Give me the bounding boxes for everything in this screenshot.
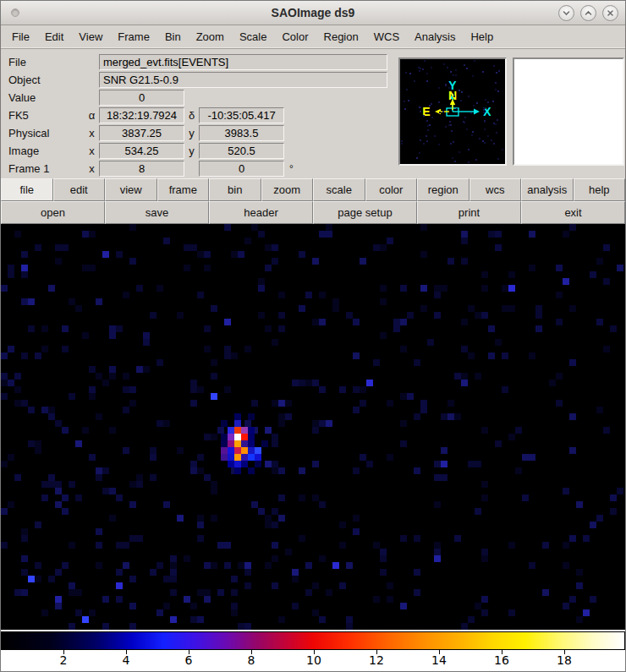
ds9-window: SAOImage ds9 FileEditViewFrameBinZoomSca… xyxy=(0,0,626,672)
toolbar-button-page-setup[interactable]: page setup xyxy=(313,201,417,224)
noise-pixel xyxy=(563,562,569,569)
toolbar-button-print[interactable]: print xyxy=(417,201,521,224)
noise-pixel xyxy=(62,346,69,352)
noise-pixel xyxy=(55,258,62,265)
noise-pixel xyxy=(244,238,251,244)
info-label: Physical xyxy=(1,127,85,139)
noise-pixel xyxy=(123,447,129,454)
toolbar-button-exit[interactable]: exit xyxy=(521,201,625,224)
panner-noise-speck xyxy=(420,111,421,112)
noise-pixel xyxy=(265,427,272,434)
toolbar-button-header[interactable]: header xyxy=(209,201,313,224)
menu-help[interactable]: Help xyxy=(463,25,501,48)
info-value-box[interactable]: 534.25 xyxy=(99,143,184,159)
info-value-box[interactable]: 0 xyxy=(99,90,184,106)
menu-file[interactable]: File xyxy=(4,25,37,48)
noise-pixel xyxy=(48,413,55,420)
info-value-box[interactable]: 520.5 xyxy=(199,143,284,159)
noise-pixel xyxy=(569,447,576,454)
noise-pixel xyxy=(319,501,326,508)
toolbar-button-region[interactable]: region xyxy=(417,178,470,201)
panner[interactable]: Y N E X xyxy=(398,57,507,166)
toolbar-button-open[interactable]: open xyxy=(1,201,105,224)
noise-pixel xyxy=(400,319,407,325)
noise-pixel xyxy=(312,609,319,616)
panner-noise-speck xyxy=(424,60,426,62)
panner-noise-speck xyxy=(429,124,431,126)
info-row-physical: Physicalx3837.25y3983.5 xyxy=(1,124,397,142)
info-value-box[interactable]: 0 xyxy=(199,161,284,177)
source-pixel xyxy=(234,420,241,427)
toolbar-button-file[interactable]: file xyxy=(1,178,53,201)
menu-zoom[interactable]: Zoom xyxy=(189,25,232,48)
noise-pixel xyxy=(109,515,116,522)
toolbar-button-edit[interactable]: edit xyxy=(53,178,106,201)
noise-pixel xyxy=(156,285,163,292)
toolbar-button-color[interactable]: color xyxy=(365,178,418,201)
menu-edit[interactable]: Edit xyxy=(37,25,71,48)
toolbar-button-bin[interactable]: bin xyxy=(209,178,261,201)
magnifier[interactable] xyxy=(513,57,624,166)
noise-pixel xyxy=(434,501,441,508)
info-sub-label: x xyxy=(85,162,99,175)
menu-view[interactable]: View xyxy=(71,25,110,48)
info-label: Value xyxy=(1,91,85,104)
toolbar-button-save[interactable]: save xyxy=(105,201,209,224)
menu-region[interactable]: Region xyxy=(316,25,366,48)
noise-pixel xyxy=(41,481,48,488)
noise-pixel xyxy=(387,400,393,407)
noise-pixel xyxy=(272,555,278,562)
toolbar-button-zoom[interactable]: zoom xyxy=(261,178,314,201)
colorbar[interactable] xyxy=(1,631,625,650)
noise-pixel xyxy=(481,555,488,562)
noise-pixel xyxy=(380,555,387,562)
info-value-box[interactable]: -10:35:05.417 xyxy=(199,107,284,123)
toolbar-button-scale[interactable]: scale xyxy=(313,178,365,201)
info-value-box[interactable]: merged_evt.fits[EVENTS] xyxy=(99,54,387,70)
toolbar-button-frame[interactable]: frame xyxy=(157,178,210,201)
noise-pixel xyxy=(522,494,529,501)
close-button[interactable] xyxy=(602,5,618,21)
panner-noise-speck xyxy=(431,117,433,118)
maximize-button[interactable] xyxy=(580,5,596,21)
menu-analysis[interactable]: Analysis xyxy=(407,25,463,48)
noise-pixel xyxy=(272,339,278,346)
noise-pixel xyxy=(488,325,495,332)
noise-pixel xyxy=(48,474,55,481)
toolbar-button-help[interactable]: help xyxy=(574,178,626,201)
shade-button[interactable] xyxy=(558,5,574,21)
panner-noise-speck xyxy=(401,140,403,142)
image-display[interactable] xyxy=(1,224,626,631)
info-value-box[interactable]: 3837.25 xyxy=(99,125,184,141)
menu-frame[interactable]: Frame xyxy=(110,25,157,48)
noise-pixel xyxy=(136,366,143,373)
noise-pixel xyxy=(211,393,217,400)
info-value-box[interactable]: 3983.5 xyxy=(199,125,284,141)
toolbar-button-analysis[interactable]: analysis xyxy=(521,178,574,201)
info-value-box[interactable]: 18:32:19.7924 xyxy=(99,107,184,123)
noise-pixel xyxy=(224,542,231,549)
noise-pixel xyxy=(75,440,82,447)
noise-pixel xyxy=(251,224,258,231)
noise-pixel xyxy=(495,244,502,251)
info-value-box[interactable]: 8 xyxy=(99,161,184,177)
noise-pixel xyxy=(380,244,387,251)
panner-noise-speck xyxy=(495,89,497,90)
noise-pixel xyxy=(41,609,48,616)
menu-bin[interactable]: Bin xyxy=(157,25,189,48)
toolbar-button-view[interactable]: view xyxy=(105,178,157,201)
panner-noise-speck xyxy=(453,74,454,76)
noise-pixel xyxy=(96,474,102,481)
noise-pixel xyxy=(265,461,272,467)
menu-wcs[interactable]: WCS xyxy=(366,25,407,48)
menu-scale[interactable]: Scale xyxy=(232,25,275,48)
noise-pixel xyxy=(603,244,610,251)
noise-pixel xyxy=(190,386,197,393)
toolbar-button-wcs[interactable]: wcs xyxy=(470,178,522,201)
noise-pixel xyxy=(305,589,312,596)
menu-color[interactable]: Color xyxy=(274,25,316,48)
noise-pixel xyxy=(41,407,48,413)
noise-pixel xyxy=(14,373,21,380)
info-value-box[interactable]: SNR G21.5-0.9 xyxy=(99,72,387,88)
noise-pixel xyxy=(109,373,116,380)
